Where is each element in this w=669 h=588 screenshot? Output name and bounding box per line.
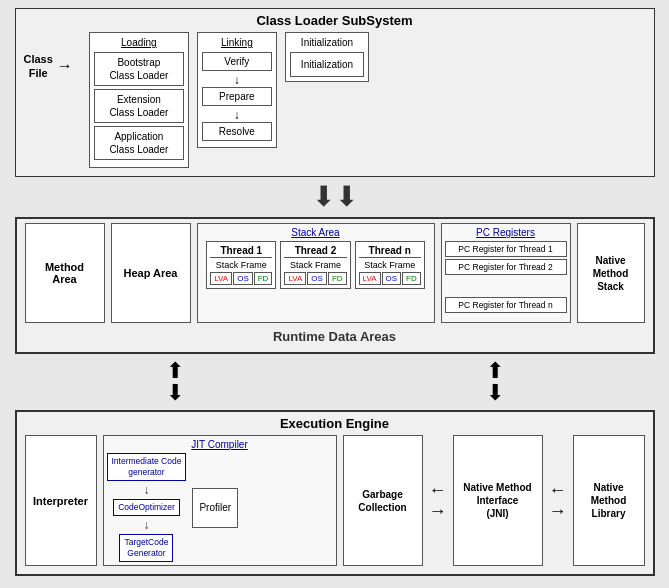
jit-label: JIT Compiler bbox=[107, 439, 333, 450]
thread-1-label: Thread 1 bbox=[210, 245, 272, 258]
up-arrow-left: ⬆ bbox=[166, 360, 184, 382]
thread-2-lva: LVA bbox=[284, 272, 306, 285]
thread-2-os: OS bbox=[307, 272, 327, 285]
jit-inner: Intermediate Codegenerator ↓ CodeOptimiz… bbox=[107, 453, 333, 562]
profiler: Profiler bbox=[192, 488, 238, 528]
left-arrow-2: ← bbox=[549, 480, 567, 501]
rda-title: Runtime Data Areas bbox=[25, 329, 645, 344]
interpreter: Interpreter bbox=[25, 435, 97, 566]
linking-label: Linking bbox=[221, 37, 253, 48]
jit-target: TargetCodeGenerator bbox=[119, 534, 173, 562]
thread-2-stack-frame: Stack Frame bbox=[284, 260, 346, 270]
thread-2-box: Thread 2 Stack Frame LVA OS FD bbox=[280, 241, 350, 289]
class-file-arrow: → bbox=[57, 57, 73, 75]
loading-box: Loading BootstrapClass Loader ExtensionC… bbox=[89, 32, 189, 168]
resolve-item: Resolve bbox=[202, 122, 272, 141]
runtime-data-areas: Method Area Heap Area Stack Area Thread … bbox=[15, 217, 655, 354]
execution-engine: Execution Engine Interpreter JIT Compile… bbox=[15, 410, 655, 576]
pc-reg-thread-2: PC Register for Thread 2 bbox=[445, 259, 567, 275]
prepare-item: Prepare bbox=[202, 87, 272, 106]
thread-2-lva-row: LVA OS FD bbox=[284, 272, 346, 285]
thread-n-box: Thread n Stack Frame LVA OS FD bbox=[355, 241, 425, 289]
bootstrap-loader: BootstrapClass Loader bbox=[94, 52, 184, 86]
thread-1-box: Thread 1 Stack Frame LVA OS FD bbox=[206, 241, 276, 289]
native-method-interface: Native Method Interface (JNI) bbox=[453, 435, 543, 566]
thread-2-fd: FD bbox=[328, 272, 347, 285]
jit-intermediate: Intermediate Codegenerator bbox=[107, 453, 187, 481]
thread-2-label: Thread 2 bbox=[284, 245, 346, 258]
verify-arrow: ↓ bbox=[234, 74, 240, 86]
cls-inner: Class File → Loading BootstrapClass Load… bbox=[24, 32, 646, 168]
pc-registers-label: PC Registers bbox=[445, 227, 567, 238]
thread-n-lva: LVA bbox=[359, 272, 381, 285]
cls-title: Class Loader SubSystem bbox=[24, 13, 646, 28]
verify-item: Verify bbox=[202, 52, 272, 71]
loading-label: Loading bbox=[94, 37, 184, 48]
up-arrow-right: ⬆ bbox=[486, 360, 504, 382]
arrow-group-right: ⬆ ⬇ bbox=[486, 360, 504, 404]
thread-n-fd: FD bbox=[402, 272, 421, 285]
pc-reg-thread-1: PC Register for Thread 1 bbox=[445, 241, 567, 257]
class-file-label: Class File bbox=[24, 52, 53, 81]
jit-arrow-2: ↓ bbox=[143, 519, 149, 531]
garbage-collection: Garbage Collection bbox=[343, 435, 423, 566]
right-arrow-2: → bbox=[549, 501, 567, 522]
application-loader: ApplicationClass Loader bbox=[94, 126, 184, 160]
down-arrow-right: ⬇ bbox=[486, 382, 504, 404]
rda-ee-arrows: ⬆ ⬇ ⬆ ⬇ bbox=[15, 358, 655, 406]
jit-arrow-1: ↓ bbox=[143, 484, 149, 496]
cls-rda-arrows: ⬇ ⬇ bbox=[312, 183, 358, 211]
thread-n-os: OS bbox=[382, 272, 402, 285]
gc-nmi-arrows: ← → bbox=[429, 435, 447, 566]
prepare-arrow: ↓ bbox=[234, 109, 240, 121]
jit-optimizer: CodeOptimizer bbox=[113, 499, 180, 516]
ee-title: Execution Engine bbox=[25, 416, 645, 431]
thread-1-os: OS bbox=[233, 272, 253, 285]
linking-box: Linking Verify ↓ Prepare ↓ Resolve bbox=[197, 32, 277, 148]
down-arrow-1: ⬇ bbox=[312, 183, 335, 211]
pc-reg-thread-n: PC Register for Thread n bbox=[445, 297, 567, 313]
class-file-input: Class File → bbox=[24, 52, 77, 81]
pc-registers: PC Registers PC Register for Thread 1 PC… bbox=[441, 223, 571, 323]
class-loader-subsystem: Class Loader SubSystem Class File → Load… bbox=[15, 8, 655, 177]
ee-inner: Interpreter JIT Compiler Intermediate Co… bbox=[25, 435, 645, 566]
native-method-library: Native Method Library bbox=[573, 435, 645, 566]
rda-inner: Method Area Heap Area Stack Area Thread … bbox=[25, 223, 645, 323]
jit-flow: Intermediate Codegenerator ↓ CodeOptimiz… bbox=[107, 453, 187, 562]
thread-n-label: Thread n bbox=[359, 245, 421, 258]
thread-1-lva-row: LVA OS FD bbox=[210, 272, 272, 285]
stack-area-label: Stack Area bbox=[201, 227, 431, 238]
method-area: Method Area bbox=[25, 223, 105, 323]
jit-compiler: JIT Compiler Intermediate Codegenerator … bbox=[103, 435, 337, 566]
right-arrow: → bbox=[429, 501, 447, 522]
nmi-nml-arrows: ← → bbox=[549, 435, 567, 566]
thread-n-stack-frame: Stack Frame bbox=[359, 260, 421, 270]
arrow-group-left: ⬆ ⬇ bbox=[166, 360, 184, 404]
native-method-stack: Native Method Stack bbox=[577, 223, 645, 323]
threads-row: Thread 1 Stack Frame LVA OS FD Thread 2 … bbox=[201, 241, 431, 289]
thread-n-lva-row: LVA OS FD bbox=[359, 272, 421, 285]
thread-1-lva: LVA bbox=[210, 272, 232, 285]
down-arrow-2: ⬇ bbox=[335, 183, 358, 211]
extension-loader: ExtensionClass Loader bbox=[94, 89, 184, 123]
thread-1-stack-frame: Stack Frame bbox=[210, 260, 272, 270]
left-arrow: ← bbox=[429, 480, 447, 501]
init-label: Initialization bbox=[301, 37, 353, 48]
down-arrow-left: ⬇ bbox=[166, 382, 184, 404]
thread-1-fd: FD bbox=[254, 272, 273, 285]
stack-area: Stack Area Thread 1 Stack Frame LVA OS F… bbox=[197, 223, 435, 323]
heap-area: Heap Area bbox=[111, 223, 191, 323]
diagram: Class Loader SubSystem Class File → Load… bbox=[8, 8, 661, 576]
init-box: Initialization Initialization bbox=[285, 32, 369, 82]
init-inner: Initialization bbox=[290, 52, 364, 77]
